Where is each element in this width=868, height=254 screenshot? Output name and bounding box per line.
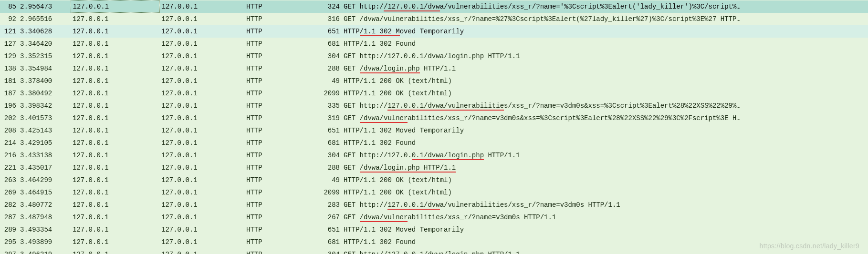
table-row[interactable]: 2163.433138127.0.0.1127.0.0.1HTTP304GET … [0,149,868,162]
packet-protocol-cell: HTTP [244,186,315,199]
packet-length-cell: 2099 [315,87,342,100]
table-row[interactable]: 2023.401573127.0.0.1127.0.0.1HTTP319GET … [0,112,868,124]
packet-length-cell: 651 [315,124,342,137]
packet-time-cell: 3.496219 [18,248,71,254]
packet-no-cell: 127 [0,38,18,50]
packet-time-cell: 3.493899 [18,236,71,248]
packet-time-cell: 3.487948 [18,211,71,224]
table-row[interactable]: 2143.429105127.0.0.1127.0.0.1HTTP681HTTP… [0,137,868,149]
packet-time-cell: 3.464299 [18,174,71,186]
packet-no-cell: 295 [0,236,18,248]
packet-source-cell: 127.0.0.1 [71,124,159,137]
packet-dest-cell: 127.0.0.1 [159,75,244,87]
table-row[interactable]: 1213.340628127.0.0.1127.0.0.1HTTP651HTTP… [0,25,868,38]
packet-time-cell: 3.480772 [18,199,71,211]
packet-length-cell: 651 [315,25,342,38]
table-row[interactable]: 1963.398342127.0.0.1127.0.0.1HTTP335GET … [0,100,868,112]
packet-no-cell: 92 [0,13,18,25]
packet-no-cell: 287 [0,211,18,224]
table-row[interactable]: 852.956473127.0.0.1127.0.0.1HTTP324GET h… [0,0,868,13]
table-row[interactable]: 2823.480772127.0.0.1127.0.0.1HTTP283GET … [0,199,868,211]
table-row[interactable]: 2633.464299127.0.0.1127.0.0.1HTTP49HTTP/… [0,174,868,186]
table-row[interactable]: 2953.493899127.0.0.1127.0.0.1HTTP681HTTP… [0,236,868,248]
packet-info-cell: GET http://127.0.0.1/dvwa/vulnerabilitie… [342,100,868,112]
packet-info-cell: HTTP/1.1 302 Moved Temporarily [342,224,868,236]
packet-source-cell: 127.0.0.1 [71,13,159,25]
packet-dest-cell: 127.0.0.1 [159,199,244,211]
packet-time-cell: 3.346420 [18,38,71,50]
packet-no-cell: 289 [0,224,18,236]
packet-info-cell: HTTP/1.1 302 Found [342,236,868,248]
packet-dest-cell: 127.0.0.1 [159,186,244,199]
packet-protocol-cell: HTTP [244,248,315,254]
table-row[interactable]: 2873.487948127.0.0.1127.0.0.1HTTP267GET … [0,211,868,224]
packet-protocol-cell: HTTP [244,25,315,38]
table-row[interactable]: 2083.425143127.0.0.1127.0.0.1HTTP651HTTP… [0,124,868,137]
packet-info-cell: HTTP/1.1 302 Moved Temporarily [342,124,868,137]
packet-dest-cell: 127.0.0.1 [159,13,244,25]
packet-info-cell: GET /dvwa/vulnerabilities/xss_r/?name=%2… [342,13,868,25]
packet-time-cell: 3.398342 [18,100,71,112]
packet-source-cell: 127.0.0.1 [71,0,159,13]
packet-dest-cell: 127.0.0.1 [159,100,244,112]
packet-no-cell: 121 [0,25,18,38]
packet-no-cell: 181 [0,75,18,87]
packet-time-cell: 3.425143 [18,124,71,137]
packet-length-cell: 681 [315,236,342,248]
packet-info-cell: HTTP/1.1 302 Found [342,38,868,50]
table-row[interactable]: 1383.354984127.0.0.1127.0.0.1HTTP288GET … [0,62,868,75]
packet-length-cell: 651 [315,224,342,236]
packet-no-cell: 216 [0,149,18,162]
table-row[interactable]: 2893.493354127.0.0.1127.0.0.1HTTP651HTTP… [0,224,868,236]
packet-length-cell: 288 [315,162,342,174]
packet-dest-cell: 127.0.0.1 [159,137,244,149]
packet-info-cell: GET /dvwa/vulnerabilities/xss_r/?name=v3… [342,112,868,124]
table-row[interactable]: 2973.496219127.0.0.1127.0.0.1HTTP304GET … [0,248,868,254]
packet-length-cell: 304 [315,248,342,254]
packet-protocol-cell: HTTP [244,0,315,13]
table-row[interactable]: 2693.464915127.0.0.1127.0.0.1HTTP2099HTT… [0,186,868,199]
packet-protocol-cell: HTTP [244,38,315,50]
packet-source-cell: 127.0.0.1 [71,75,159,87]
packet-protocol-cell: HTTP [244,137,315,149]
packet-dest-cell: 127.0.0.1 [159,38,244,50]
packet-protocol-cell: HTTP [244,224,315,236]
packet-info-cell: GET http://127.0.0.1/dvwa/login.php HTTP… [342,149,868,162]
table-row[interactable]: 1273.346420127.0.0.1127.0.0.1HTTP681HTTP… [0,38,868,50]
packet-source-cell: 127.0.0.1 [71,137,159,149]
packet-length-cell: 288 [315,62,342,75]
table-row[interactable]: 1293.352315127.0.0.1127.0.0.1HTTP304GET … [0,50,868,62]
packet-source-cell: 127.0.0.1 [71,50,159,62]
packet-time-cell: 3.433138 [18,149,71,162]
table-row[interactable]: 922.965516127.0.0.1127.0.0.1HTTP316GET /… [0,13,868,25]
packet-info-cell: HTTP/1.1 200 OK (text/html) [342,186,868,199]
packet-length-cell: 304 [315,149,342,162]
packet-source-cell: 127.0.0.1 [71,25,159,38]
table-row[interactable]: 1873.380492127.0.0.1127.0.0.1HTTP2099HTT… [0,87,868,100]
packet-time-cell: 3.429105 [18,137,71,149]
packet-no-cell: 297 [0,248,18,254]
packet-dest-cell: 127.0.0.1 [159,0,244,13]
packet-no-cell: 214 [0,137,18,149]
table-row[interactable]: 1813.378400127.0.0.1127.0.0.1HTTP49HTTP/… [0,75,868,87]
packet-length-cell: 324 [315,0,342,13]
packet-length-cell: 304 [315,50,342,62]
packet-info-cell: HTTP/1.1 302 Moved Temporarily [342,25,868,38]
packet-source-cell: 127.0.0.1 [71,100,159,112]
packet-time-cell: 2.965516 [18,13,71,25]
packet-no-cell: 202 [0,112,18,124]
packet-info-cell: GET /dvwa/login.php HTTP/1.1 [342,162,868,174]
packet-info-cell: GET /dvwa/vulnerabilities/xss_r/?name=v3… [342,211,868,224]
packet-source-cell: 127.0.0.1 [71,62,159,75]
packet-source-cell: 127.0.0.1 [71,174,159,186]
packet-time-cell: 3.378400 [18,75,71,87]
packet-dest-cell: 127.0.0.1 [159,248,244,254]
packet-no-cell: 196 [0,100,18,112]
packet-length-cell: 681 [315,38,342,50]
packet-source-cell: 127.0.0.1 [71,199,159,211]
packet-protocol-cell: HTTP [244,236,315,248]
table-row[interactable]: 2213.435017127.0.0.1127.0.0.1HTTP288GET … [0,162,868,174]
packet-info-cell: HTTP/1.1 302 Found [342,137,868,149]
packet-dest-cell: 127.0.0.1 [159,62,244,75]
packet-list-table[interactable]: 852.956473127.0.0.1127.0.0.1HTTP324GET h… [0,0,868,254]
